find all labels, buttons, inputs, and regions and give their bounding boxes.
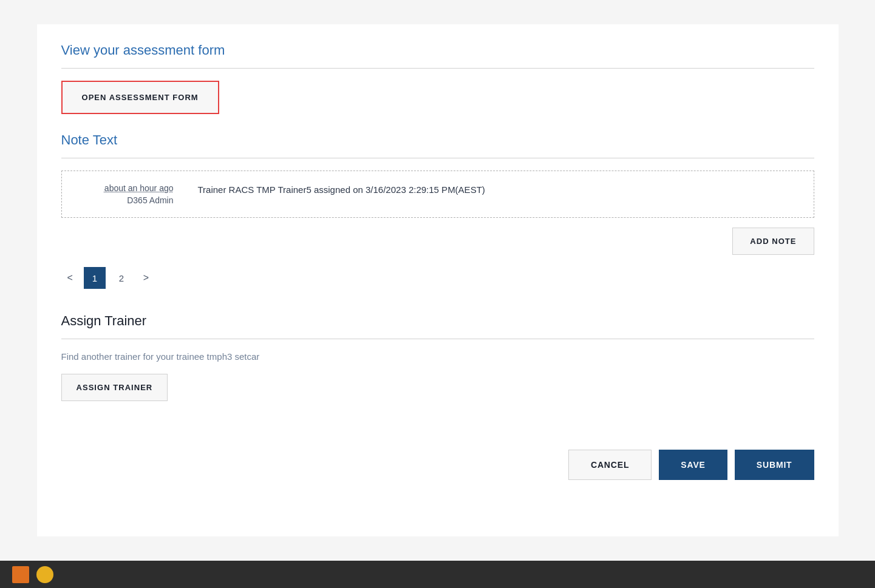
note-meta: about an hour ago D365 Admin [77, 183, 174, 205]
note-author: D365 Admin [127, 195, 173, 205]
pagination-next[interactable]: > [137, 269, 155, 287]
footer-icon-orange [12, 566, 29, 583]
add-note-button[interactable]: ADD NOTE [732, 228, 814, 255]
pagination-page-2[interactable]: 2 [111, 267, 132, 289]
section-divider-2 [61, 158, 814, 158]
note-text-title: Note Text [61, 132, 814, 148]
note-timestamp: about an hour ago [104, 183, 174, 193]
assign-trainer-button[interactable]: ASSIGN TRAINER [61, 374, 168, 401]
save-button[interactable]: SAVE [659, 450, 727, 480]
pagination-page-1[interactable]: 1 [84, 267, 106, 289]
submit-button[interactable]: SUBMIT [735, 450, 814, 480]
assign-trainer-title: Assign Trainer [61, 313, 814, 329]
footer-bar [0, 561, 875, 588]
assign-trainer-description: Find another trainer for your trainee tm… [61, 351, 814, 362]
cancel-button[interactable]: CANCEL [568, 450, 652, 480]
bottom-actions: CANCEL SAVE SUBMIT [61, 438, 814, 480]
note-row: about an hour ago D365 Admin Trainer RAC… [61, 171, 814, 218]
add-note-area: ADD NOTE [61, 228, 814, 255]
pagination: < 1 2 > [61, 267, 814, 289]
pagination-prev[interactable]: < [61, 269, 79, 287]
view-assessment-title: View your assessment form [61, 42, 814, 58]
section-divider-3 [61, 339, 814, 339]
assign-trainer-section: Assign Trainer Find another trainer for … [61, 313, 814, 401]
footer-icon-yellow [36, 566, 53, 583]
note-content: Trainer RACS TMP Trainer5 assigned on 3/… [198, 183, 799, 195]
open-assessment-button[interactable]: OPEN ASSESSMENT FORM [63, 82, 218, 113]
section-divider-1 [61, 68, 814, 69]
open-assessment-btn-wrapper: OPEN ASSESSMENT FORM [61, 81, 219, 114]
